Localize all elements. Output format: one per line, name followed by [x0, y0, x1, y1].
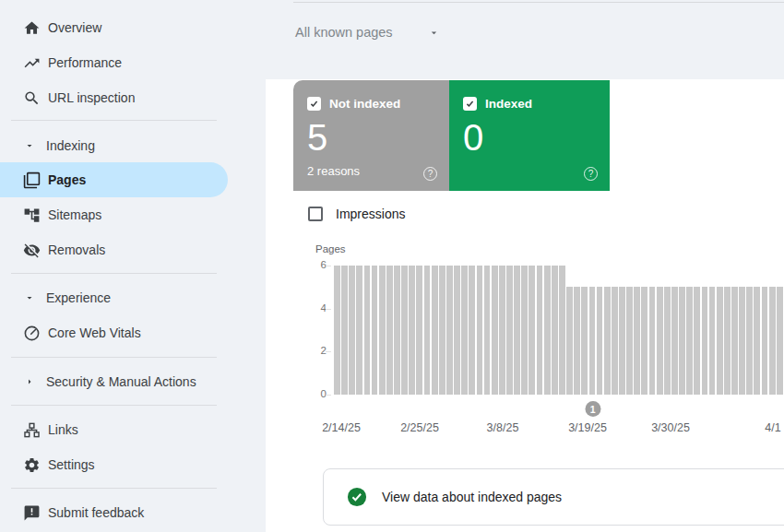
- chart-bar: [589, 287, 596, 395]
- sidebar-section-label: Indexing: [46, 138, 95, 153]
- chart-bar: [432, 266, 438, 395]
- sidebar-divider: [11, 357, 217, 358]
- sidebar-item-overview[interactable]: Overview: [0, 10, 266, 45]
- sidebar-item-settings[interactable]: Settings: [0, 447, 266, 482]
- chart-bar: [439, 266, 445, 395]
- chart-bar: [724, 287, 731, 395]
- help-circle-icon[interactable]: ?: [584, 167, 598, 181]
- sidebar-item-submit-feedback[interactable]: Submit feedback: [0, 495, 266, 530]
- impressions-checkbox[interactable]: [308, 207, 323, 221]
- chart-bar: [424, 266, 431, 395]
- chart-bar: [762, 287, 768, 395]
- chart-bar: [619, 287, 625, 395]
- sidebar-item-pages[interactable]: Pages: [0, 162, 228, 197]
- chart-bar: [372, 266, 378, 395]
- sidebar-section-security-manual-actions[interactable]: Security & Manual Actions: [0, 364, 266, 399]
- links-icon: [22, 420, 41, 439]
- chart-annotation-marker[interactable]: 1: [585, 401, 600, 417]
- pages-icon: [22, 171, 41, 189]
- chart-bar: [664, 287, 671, 395]
- impressions-label: Impressions: [336, 207, 405, 221]
- chart-bar: [559, 266, 565, 395]
- sidebar-section-label: Experience: [46, 290, 111, 305]
- chart-bar: [612, 287, 618, 395]
- chart-bar: [401, 266, 408, 395]
- chart-bar: [341, 266, 348, 395]
- sidebar-item-label: Performance: [48, 55, 122, 70]
- x-axis-tick-label: 4/1: [765, 421, 780, 434]
- x-axis-tick-label: 2/25/25: [400, 421, 439, 434]
- sidebar-item-sitemaps[interactable]: Sitemaps: [0, 197, 266, 232]
- chart-bar: [671, 287, 678, 395]
- chart-bar: [514, 266, 520, 395]
- page-filter-dropdown[interactable]: All known pages: [295, 23, 440, 41]
- header-divider: [293, 2, 784, 3]
- chart-bar: [454, 266, 460, 395]
- sidebar-item-label: Removals: [48, 242, 105, 257]
- x-axis-tick-label: 2/14/25: [322, 421, 361, 434]
- chart-bar: [739, 287, 745, 395]
- sidebar-divider: [11, 120, 217, 121]
- chart-plot-area[interactable]: 02462/14/252/25/253/8/253/19/253/30/254/…: [334, 266, 784, 395]
- sitemaps-icon: [22, 206, 41, 224]
- sidebar-item-label: Pages: [48, 172, 86, 187]
- sidebar-item-core-web-vitals[interactable]: Core Web Vitals: [0, 315, 266, 350]
- chart-bar: [626, 287, 633, 395]
- not-indexed-card[interactable]: Not indexed 5 2 reasons ?: [293, 80, 449, 191]
- chart-bar: [574, 287, 580, 395]
- chart-bar: [657, 287, 663, 395]
- sidebar-section-indexing[interactable]: Indexing: [0, 128, 266, 163]
- x-axis-tick-label: 3/30/25: [651, 421, 690, 434]
- feedback-icon: [22, 503, 41, 522]
- home-icon: [22, 18, 41, 37]
- chart-bar: [717, 287, 723, 395]
- sidebar-item-removals[interactable]: Removals: [0, 232, 266, 267]
- y-axis-tick-mark: [326, 266, 331, 266]
- chart-bar: [506, 266, 513, 395]
- sidebar-item-links[interactable]: Links: [0, 412, 266, 447]
- sidebar-item-label: URL inspection: [48, 90, 135, 105]
- sidebar-item-url-inspection[interactable]: URL inspection: [0, 80, 266, 115]
- y-axis-tick-label: 0: [310, 388, 327, 399]
- chart-bar: [649, 287, 656, 395]
- banner-text: View data about indexed pages: [382, 490, 562, 504]
- chart-bar: [679, 287, 685, 395]
- chevron-down-icon: [24, 292, 35, 303]
- chart-bar: [394, 266, 400, 395]
- chart-bar: [702, 287, 708, 395]
- impressions-toggle[interactable]: Impressions: [308, 207, 405, 221]
- sidebar-item-performance[interactable]: Performance: [0, 45, 266, 80]
- check-circle-icon: [347, 487, 367, 507]
- indexed-label: Indexed: [485, 97, 532, 111]
- sidebar-divider: [11, 488, 217, 489]
- chart-bar: [469, 266, 475, 395]
- chevron-right-icon: [24, 376, 35, 387]
- chart-bar: [581, 287, 588, 395]
- gauge-icon: [22, 324, 41, 342]
- sidebar-item-label: Settings: [48, 457, 95, 472]
- chart-bar: [477, 266, 483, 395]
- chevron-down-icon: [24, 140, 35, 151]
- not-indexed-count: 5: [293, 111, 449, 156]
- indexed-checkbox[interactable]: [463, 97, 477, 111]
- y-axis-tick-label: 2: [310, 345, 327, 356]
- sidebar-section-experience[interactable]: Experience: [0, 280, 266, 315]
- chart-bar: [499, 266, 505, 395]
- chart-bar: [386, 266, 393, 395]
- chart-bar: [349, 266, 355, 395]
- chart-bar: [777, 287, 783, 395]
- not-indexed-checkbox[interactable]: [307, 97, 321, 111]
- y-axis-tick-mark: [326, 395, 331, 396]
- indexed-count: 0: [449, 111, 610, 156]
- chart-bar: [604, 287, 611, 395]
- sidebar-item-label: Overview: [48, 20, 101, 35]
- chart-bar: [484, 266, 491, 395]
- y-axis-tick-label: 4: [310, 302, 327, 313]
- help-circle-icon[interactable]: ?: [423, 167, 437, 181]
- chart-bar: [746, 287, 753, 395]
- gear-icon: [22, 455, 41, 474]
- chart-bar: [529, 266, 535, 395]
- indexed-card[interactable]: Indexed 0 ?: [449, 80, 610, 191]
- chart-bar: [544, 266, 551, 395]
- view-indexed-data-banner[interactable]: View data about indexed pages: [323, 468, 784, 526]
